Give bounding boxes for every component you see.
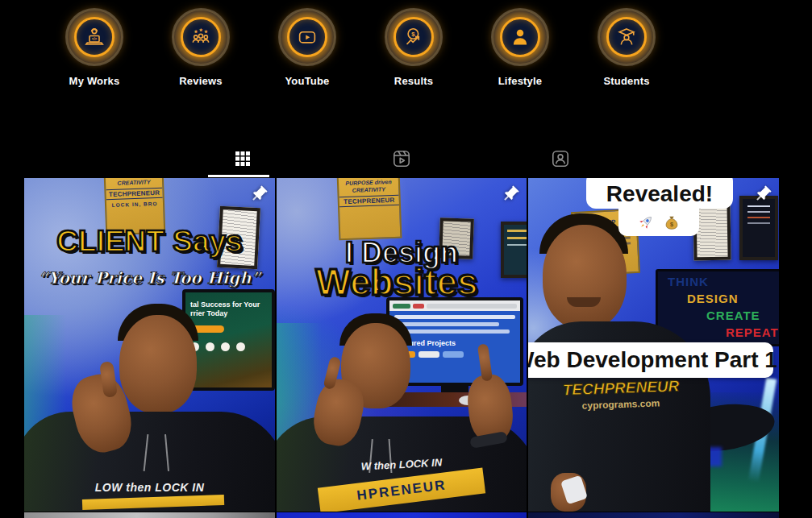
highlight-reviews[interactable]: ★★★ Reviews	[148, 8, 254, 87]
svg-text:$: $	[411, 31, 415, 38]
person-face	[119, 315, 197, 413]
sign-line: PURPOSE driven	[339, 179, 398, 187]
wall-sign: PURPOSE driven CREATIVITY TECHPRENEUR	[337, 178, 402, 240]
highlight-label: Students	[603, 75, 649, 87]
sign-line: TECHPRENEUR	[339, 195, 399, 208]
monitor-headline-2: rrier Today	[190, 309, 267, 318]
post-subtitle-overlay: “Your Price Is Too High”	[24, 268, 275, 288]
next-row-post-sliver[interactable]	[24, 512, 275, 518]
highlight-youtube[interactable]: YouTube	[254, 8, 360, 87]
post-web-development-revealed[interactable]: TECHP THINK DESIGN CREATE REPEAT Web Dev…	[528, 178, 779, 512]
hoodie-text: LOW then LOCK IN	[24, 481, 275, 494]
money-bag-emoji-icon: $	[663, 213, 681, 231]
wall-picture-frame	[739, 196, 778, 260]
person-face	[543, 225, 627, 329]
sign-line: CREATIVITY	[106, 179, 162, 186]
highlight-label: My Works	[69, 75, 120, 87]
highlight-label: Lifestyle	[498, 75, 543, 87]
revealed-banner-text: Revealed!	[606, 181, 713, 207]
highlight-label: Reviews	[179, 75, 222, 87]
caption-bar: Web Development Part 1	[528, 342, 773, 378]
person-laptop-code-icon: </>	[82, 25, 106, 49]
highlight-my-works[interactable]: </> My Works	[41, 8, 148, 87]
active-tab-underline	[208, 175, 269, 177]
revealed-banner: Revealed!	[586, 178, 733, 209]
tagged-icon	[551, 149, 570, 168]
screen-word-create: CREATE	[706, 309, 760, 322]
sign-line: TECHPRENEUR	[106, 188, 162, 200]
post-title-overlay: CLIENT Says	[24, 225, 275, 259]
monitor-headline-1: tal Success for Your	[190, 300, 267, 309]
people-stars-icon: ★★★	[189, 25, 213, 49]
next-row-post-sliver[interactable]	[277, 512, 527, 518]
person-smile	[567, 297, 601, 307]
sign-line: CREATIVITY	[339, 186, 398, 194]
svg-text:$: $	[670, 221, 673, 228]
screen-word-design: DESIGN	[687, 292, 739, 305]
screen-word-think: THINK	[668, 275, 709, 288]
reels-icon	[392, 149, 411, 168]
svg-text:★: ★	[194, 29, 198, 34]
next-row-post-sliver[interactable]	[528, 512, 779, 518]
post-client-says[interactable]: CREATIVITY TECHPRENEUR LOCK IN, BRO tal …	[24, 178, 275, 512]
highlight-label: YouTube	[285, 75, 329, 87]
highlight-label: Results	[394, 75, 433, 87]
graduate-icon	[614, 25, 639, 49]
highlight-lifestyle[interactable]: Lifestyle	[467, 8, 573, 87]
sign-line: LOCK IN, BRO	[106, 201, 163, 208]
svg-text:★: ★	[199, 27, 203, 32]
rocket-money-emojis: $	[618, 209, 699, 236]
monitor-headline: Featured Projects	[394, 339, 515, 347]
youtube-play-icon	[295, 25, 319, 49]
story-highlights-row: </> My Works ★★★ Reviews	[41, 8, 680, 87]
rocket-emoji-icon	[637, 213, 655, 231]
tab-tagged[interactable]	[551, 149, 570, 168]
tab-posts-grid[interactable]	[233, 149, 252, 168]
svg-text:★: ★	[204, 29, 208, 34]
svg-text:</>: </>	[92, 37, 98, 41]
screen-word-repeat: REPEAT	[726, 325, 779, 339]
post-title-overlay-2: Websites	[277, 260, 522, 304]
highlight-students[interactable]: Students	[573, 8, 680, 87]
post-i-design-websites[interactable]: PURPOSE driven CREATIVITY TECHPRENEUR Fe…	[277, 178, 527, 512]
person-filled-icon	[508, 25, 532, 49]
caption-bar-text: Web Development Part 1	[528, 347, 777, 373]
grid-icon	[233, 149, 252, 168]
tab-reels[interactable]	[392, 149, 411, 168]
highlight-results[interactable]: $ Results	[360, 8, 467, 87]
dollar-growth-icon: $	[402, 25, 426, 49]
